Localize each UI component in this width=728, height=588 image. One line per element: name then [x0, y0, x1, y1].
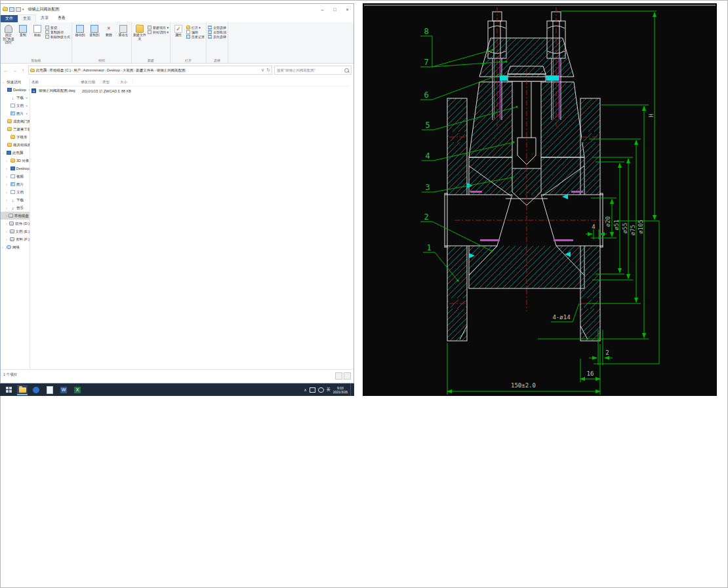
sidebar-item-图片[interactable]: ›图片 [1, 180, 30, 188]
tray-chevron-icon[interactable]: ∧ [304, 387, 306, 392]
minimize-button[interactable]: – [316, 4, 329, 14]
sidebar-item-模具特殊图纸[interactable]: 模具特殊图纸 [1, 141, 30, 149]
sidebar-item-下载[interactable]: ›↓下载 [1, 196, 30, 204]
tree-expander-icon[interactable]: › [6, 229, 9, 233]
tree-expander-icon[interactable]: › [6, 174, 9, 178]
crumb-3[interactable]: Administrator [83, 68, 105, 72]
tab-查看[interactable]: 查看 [53, 14, 70, 22]
sidebar-item-3D 对象[interactable]: ›3D 对象 [1, 157, 30, 165]
sidebar-item-Desktop[interactable]: ›Desktop [1, 165, 30, 172]
start-button[interactable] [3, 385, 14, 395]
forward-icon[interactable]: → [11, 68, 18, 73]
selectall-button[interactable]: 全部选择 [208, 26, 226, 29]
volume-tray-icon[interactable] [318, 387, 324, 393]
refresh-icon[interactable]: ↻ [266, 68, 270, 73]
show-desktop-button[interactable] [350, 383, 353, 396]
tree-expander-icon[interactable]: ⌄ [2, 80, 5, 84]
qat-newfolder-icon[interactable] [16, 7, 21, 12]
sidebar-item-下载[interactable]: ↓下载✦ [1, 94, 30, 102]
ime-indicator[interactable]: 英 [327, 387, 331, 393]
sidebar-item-图片[interactable]: 图片✦ [1, 109, 30, 117]
breadcrumb[interactable]: 此电脑›本地磁盘 (C:)›用户›Administrator›Desktop›大… [28, 66, 272, 75]
crumb-2[interactable]: 用户 [73, 68, 81, 72]
excel-taskbar-button[interactable]: X [72, 385, 83, 395]
tree-expander-icon[interactable]: › [6, 237, 9, 241]
sidebar-item-视频[interactable]: ›视频 [1, 172, 30, 180]
crumb-7[interactable]: 锻钢止回阀装配图 [156, 68, 186, 72]
rename-button[interactable]: 重命名 [117, 24, 130, 37]
copy-button[interactable]: 复制 [16, 24, 30, 37]
sidebar-item-成套阀门图纸资料[interactable]: 成套阀门图纸资料 [1, 117, 30, 125]
sidebar-section-network[interactable]: ›网络 [1, 243, 30, 251]
maximize-button[interactable]: □ [329, 4, 341, 14]
back-icon[interactable]: ← [3, 68, 9, 73]
qat-properties-icon[interactable] [9, 7, 14, 12]
display-tray-icon[interactable] [310, 387, 315, 393]
shortcut-button[interactable]: 粘贴快捷方式 [45, 35, 70, 39]
properties-button[interactable]: ✓属性 [172, 24, 185, 37]
tree-expander-icon[interactable]: › [6, 222, 8, 225]
tree-expander-icon[interactable]: › [6, 198, 9, 202]
tree-expander-icon[interactable]: ⌄ [2, 151, 5, 155]
tab-主页[interactable]: 主页 [18, 14, 36, 22]
column-size[interactable]: 大小 [119, 80, 133, 85]
tree-expander-icon[interactable]: › [6, 214, 7, 218]
sidebar-section-this-pc[interactable]: ⌄此电脑 [1, 149, 30, 157]
tree-expander-icon[interactable]: › [6, 190, 9, 194]
selectnone-button[interactable]: 全部取消 [208, 30, 226, 34]
file-row[interactable]: ≋锻钢止回阀装配图.dwg2010/1/15 17:47ZWCAD Drawin… [30, 87, 350, 95]
path-button[interactable]: 复制路径 [45, 30, 70, 34]
qat-customize-chevron-icon[interactable]: ▾ [22, 7, 24, 11]
crumb-1[interactable]: 本地磁盘 (C:) [49, 68, 71, 72]
details-view-icon[interactable] [335, 372, 342, 380]
sidebar-item-文档[interactable]: ›文档 [1, 188, 30, 196]
delete-button[interactable]: ×删除 [102, 24, 115, 37]
thumbnail-view-icon[interactable] [344, 372, 351, 380]
sidebar-item-资料 (F:)[interactable]: ›资料 (F:) [1, 235, 30, 243]
sidebar-item-文档[interactable]: 文档✦ [1, 102, 30, 109]
crumb-4[interactable]: Desktop [106, 68, 121, 72]
copyto-button[interactable]: 复制到 [88, 24, 101, 37]
tree-expander-icon[interactable]: › [2, 245, 5, 249]
easyaccess-button[interactable]: 轻松访问 ▾ [148, 30, 169, 34]
close-button[interactable]: × [341, 4, 354, 14]
column-date[interactable]: 修改日期 [79, 80, 101, 85]
sidebar-item-本地磁盘 (C:)[interactable]: ›本地磁盘 (C:) [1, 212, 30, 220]
word-taskbar-button[interactable]: W [58, 385, 69, 395]
crumb-0[interactable]: 此电脑 [35, 68, 48, 72]
tree-expander-icon[interactable]: › [6, 159, 9, 163]
paste-button[interactable]: 粘贴 [31, 24, 44, 37]
column-type[interactable]: 类型 [101, 80, 119, 85]
cad-canvas[interactable]: 87654321 ø20ø51ø55ø75ø105H150±2.016244-ø… [363, 3, 717, 396]
search-input[interactable]: 搜索"锻钢止回阀装配图" [274, 66, 352, 75]
address-dropdown-icon[interactable]: ∨ [261, 68, 264, 73]
move-button[interactable]: 移动到 [73, 24, 87, 37]
tree-expander-icon[interactable]: › [6, 182, 9, 186]
file-explorer-taskbar-button[interactable] [17, 385, 28, 395]
tree-expander-icon[interactable]: › [6, 167, 9, 170]
sidebar-item-文档 (E:)[interactable]: ›文档 (E:) [1, 227, 30, 235]
crumb-5[interactable]: 大装图 [122, 68, 134, 72]
newitem-button[interactable]: 新建项目 ▾ [148, 26, 169, 29]
document-taskbar-button[interactable] [45, 385, 55, 395]
tree-expander-icon[interactable]: › [6, 206, 9, 210]
sidebar-item-三菱重工机电图纸[interactable]: 三菱重工机电图纸 [1, 125, 30, 133]
crumb-6[interactable]: 新建文件夹 [135, 68, 155, 72]
pin-button[interactable]: 固定到"快速访问" [2, 24, 15, 45]
open-button[interactable]: 打开 ▾ [186, 26, 205, 29]
invert-button[interactable]: 反向选择 [208, 35, 226, 39]
cut-button[interactable]: 剪切 [45, 26, 70, 29]
sidebar-item-Desktop[interactable]: Desktop✦ [1, 86, 30, 94]
tab-共享[interactable]: 共享 [36, 14, 53, 22]
sidebar-section-quick-access[interactable]: ⌄快速访问 [1, 78, 30, 86]
history-button[interactable]: 历史记录 [186, 35, 205, 39]
column-name[interactable]: 名称 [30, 80, 79, 85]
up-icon[interactable]: ↑ [20, 68, 26, 73]
sidebar-item-字模库[interactable]: 字模库 [1, 133, 30, 141]
tab-file[interactable]: 文件 [1, 15, 18, 22]
sidebar-item-音乐[interactable]: ›♪音乐 [1, 204, 30, 212]
edit-button[interactable]: 编辑 [186, 30, 205, 34]
newfolder-button[interactable]: 新建文件夹 [133, 24, 146, 41]
browser-taskbar-button[interactable] [31, 385, 41, 395]
taskbar-clock[interactable]: 9:03 2021/3/26 [333, 386, 348, 394]
